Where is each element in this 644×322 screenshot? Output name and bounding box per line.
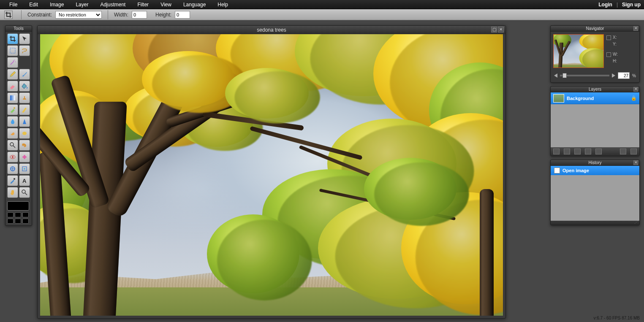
zoom-out-icon[interactable] <box>554 73 557 78</box>
constraint-select[interactable]: No restriction <box>55 11 102 19</box>
svg-point-3 <box>14 107 15 109</box>
menu-image[interactable]: Image <box>44 0 70 9</box>
lock-icon: 🔒 <box>631 95 637 101</box>
zoom-slider[interactable] <box>560 75 609 76</box>
menu-adjustment[interactable]: Adjustment <box>94 0 131 9</box>
signup-link[interactable]: Sign up <box>622 2 641 8</box>
nav-y-label: Y: <box>613 42 617 46</box>
tool-pencil[interactable] <box>7 69 18 80</box>
tool-blur[interactable] <box>7 116 18 127</box>
tool-pinch[interactable] <box>19 163 30 174</box>
swatch[interactable] <box>7 219 14 224</box>
color-swatches <box>5 200 32 225</box>
menu-help[interactable]: Help <box>212 0 234 9</box>
swatch[interactable] <box>22 219 29 224</box>
layer-down-button[interactable] <box>595 149 602 154</box>
tool-smudge[interactable] <box>7 128 18 139</box>
tool-wand[interactable] <box>7 57 18 68</box>
swatch[interactable] <box>15 219 21 224</box>
layer-up-button[interactable] <box>585 149 591 154</box>
tool-marquee[interactable] <box>7 45 18 56</box>
tool-burn[interactable] <box>19 140 30 151</box>
swatch[interactable] <box>22 212 29 217</box>
canvas[interactable] <box>40 34 503 316</box>
tool-gradient[interactable] <box>7 92 18 103</box>
tool-paint-bucket[interactable] <box>19 81 30 92</box>
window-close-button[interactable]: ✕ <box>498 27 504 32</box>
canvas-image <box>40 34 503 316</box>
foreground-color-swatch[interactable] <box>7 201 29 211</box>
history-list: Open image <box>551 166 639 221</box>
tool-hand[interactable] <box>7 187 18 198</box>
selection-icon <box>606 52 611 57</box>
navigator-title[interactable]: Navigator ✕ <box>551 26 639 32</box>
zoom-input[interactable] <box>618 72 630 79</box>
tool-color-replace[interactable] <box>7 104 18 115</box>
menu-language[interactable]: Language <box>177 0 212 9</box>
history-close-button[interactable]: ✕ <box>633 160 638 165</box>
tools-panel: Tools A <box>5 25 32 226</box>
document-titlebar[interactable]: sedona trees ▢ ✕ <box>38 26 505 34</box>
layers-title[interactable]: Layers ✕ <box>551 87 639 92</box>
tool-brush[interactable] <box>19 69 30 80</box>
zoom-in-icon[interactable] <box>612 73 615 78</box>
nav-x-label: X: <box>613 35 617 40</box>
tool-type[interactable]: A <box>19 175 30 186</box>
navigator-close-button[interactable]: ✕ <box>633 26 638 31</box>
width-label: Width: <box>114 12 128 18</box>
menu-layer[interactable]: Layer <box>70 0 94 9</box>
layer-thumbnail <box>553 94 564 103</box>
height-input[interactable] <box>175 11 190 19</box>
tool-spot-heal[interactable] <box>19 152 30 162</box>
swatch[interactable] <box>7 212 14 217</box>
svg-text:A: A <box>22 178 27 184</box>
menu-filter[interactable]: Filter <box>131 0 155 9</box>
svg-rect-9 <box>24 155 25 159</box>
width-input[interactable] <box>132 11 147 19</box>
svg-point-5 <box>10 143 14 146</box>
menu-file[interactable]: File <box>3 0 23 9</box>
tool-drawing[interactable] <box>19 104 30 115</box>
swatch[interactable] <box>15 212 21 217</box>
new-layer-button[interactable] <box>553 149 560 154</box>
tool-clone-stamp[interactable] <box>19 92 30 103</box>
tool-lasso[interactable] <box>19 45 30 56</box>
menubar: File Edit Image Layer Adjustment Filter … <box>0 0 644 9</box>
tool-bloat[interactable] <box>7 163 18 174</box>
zoom-slider-knob[interactable] <box>562 73 567 78</box>
tool-red-eye[interactable] <box>7 152 18 162</box>
window-maximize-button[interactable]: ▢ <box>491 27 497 32</box>
tool-dodge[interactable] <box>7 140 18 151</box>
tool-eraser[interactable] <box>7 81 18 92</box>
tool-crop[interactable] <box>7 33 18 44</box>
svg-point-15 <box>22 190 25 193</box>
tool-sponge[interactable] <box>19 128 30 139</box>
tool-move[interactable] <box>19 33 30 44</box>
history-title[interactable]: History ✕ <box>551 160 639 166</box>
delete-layer-button[interactable] <box>630 149 637 154</box>
navigator-title-label: Navigator <box>586 26 604 31</box>
duplicate-layer-button[interactable] <box>574 149 581 154</box>
menu-edit[interactable]: Edit <box>23 0 44 9</box>
menubar-left: File Edit Image Layer Adjustment Filter … <box>3 0 234 9</box>
history-item[interactable]: Open image <box>551 166 639 175</box>
layers-title-label: Layers <box>589 87 601 92</box>
layer-settings-button[interactable] <box>620 149 626 154</box>
svg-point-12 <box>24 168 25 170</box>
layers-close-button[interactable]: ✕ <box>633 87 638 92</box>
options-bar: Constraint: No restriction Width: Height… <box>0 9 644 20</box>
pointer-icon <box>606 35 611 40</box>
tool-sharpen[interactable] <box>19 116 30 127</box>
panel-resize-grip[interactable]: ⋰ <box>551 221 639 225</box>
tool-colorpicker[interactable] <box>7 175 18 186</box>
document-title: sedona trees <box>257 27 286 33</box>
layer-row[interactable]: Background 🔒 <box>551 92 639 104</box>
svg-rect-2 <box>10 95 15 100</box>
navigator-zoom: % <box>551 70 639 82</box>
menu-view[interactable]: View <box>155 0 177 9</box>
navigator-thumbnail[interactable] <box>553 34 604 68</box>
login-link[interactable]: Login <box>598 2 612 8</box>
layer-mask-button[interactable] <box>564 149 570 154</box>
tool-zoom[interactable] <box>19 187 30 198</box>
open-image-icon <box>554 168 560 173</box>
